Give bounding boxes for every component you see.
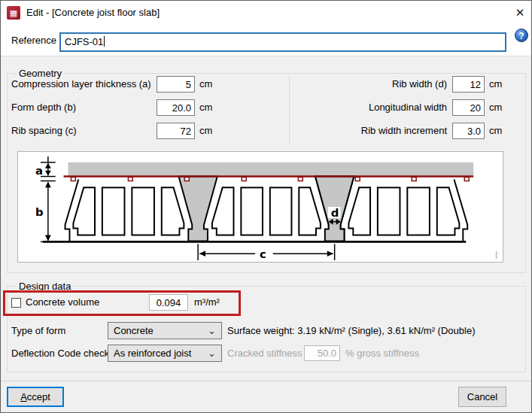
deflection-value: As reinforced joist [114, 345, 191, 361]
rib-width-increment-label: Rib width increment [324, 123, 447, 139]
compression-thickness-input[interactable] [157, 76, 195, 93]
rib-width-increment-unit: cm [489, 123, 502, 139]
rib-width-unit: cm [489, 76, 502, 93]
panel-grip [496, 251, 497, 259]
longitudinal-width-unit: cm [489, 99, 502, 116]
dimension-c [198, 244, 335, 260]
close-icon[interactable]: ✕ [509, 1, 531, 25]
dim-label-c: c [260, 247, 266, 260]
cancel-button[interactable]: Cancel [458, 387, 506, 407]
cancel-button-label: Cancel [467, 391, 497, 402]
deflection-code-check-label: Deflection Code check [11, 345, 109, 362]
longitudinal-width-label: Longitudinal width [324, 99, 447, 116]
stirrup-marks [71, 178, 469, 181]
button-bar-separator [1, 381, 531, 381]
surface-weight-text: Surface weight: 3.19 kN/m² (Single), 3.6… [227, 323, 475, 339]
reference-input[interactable]: CJFS-01 [59, 32, 506, 52]
edit-dialog: ▦ Edit - [Concrete joist floor slab] ✕ ?… [0, 0, 532, 413]
window-title: Edit - [Concrete joist floor slab] [26, 1, 160, 25]
rib-spacing-label: Rib spacing (c) [11, 123, 77, 139]
concrete-ribs [178, 177, 354, 241]
cross-section-diagram: a b c d [17, 151, 503, 263]
accept-button-label: Accept [8, 388, 62, 406]
form-depth-input[interactable] [157, 99, 195, 116]
chevron-down-icon: ⌄ [208, 345, 216, 361]
type-of-form-label: Type of form [11, 323, 65, 339]
rib-width-increment-input[interactable] [452, 123, 485, 139]
gross-stiffness-suffix: % gross stiffness [345, 345, 419, 362]
dim-label-a: a [35, 164, 43, 177]
highlight-annotation [3, 290, 241, 316]
type-of-form-value: Concrete [114, 323, 154, 339]
accept-button[interactable]: Accept [7, 387, 64, 407]
cracked-stiffness-input [304, 345, 340, 361]
rib-spacing-unit: cm [199, 123, 212, 139]
cracked-stiffness-label: Cracked stiffness [227, 345, 302, 362]
form-depth-label: Form depth (b) [11, 99, 76, 116]
reference-label: Reference [11, 32, 56, 52]
help-icon[interactable]: ? [515, 29, 528, 42]
dim-label-d: d [331, 206, 339, 219]
form-depth-unit: cm [199, 99, 212, 116]
geometry-column-separator [289, 74, 290, 144]
compression-thickness-unit: cm [199, 76, 212, 93]
app-icon: ▦ [7, 6, 20, 20]
rib-width-input[interactable] [452, 76, 485, 93]
compression-slab [68, 162, 474, 177]
separator [1, 56, 531, 56]
reference-value: CJFS-01 [65, 36, 103, 47]
text-cursor [104, 36, 105, 47]
deflection-dropdown[interactable]: As reinforced joist ⌄ [108, 345, 222, 362]
dim-label-b: b [35, 205, 44, 218]
rib-spacing-input[interactable] [157, 123, 195, 139]
type-of-form-dropdown[interactable]: Concrete ⌄ [108, 322, 222, 339]
longitudinal-width-input[interactable] [452, 99, 485, 116]
form-blocks [73, 187, 459, 235]
rib-width-label: Rib width (d) [324, 76, 447, 93]
joist-slab-drawing: a b c d [18, 152, 503, 262]
chevron-down-icon: ⌄ [208, 323, 216, 339]
compression-thickness-label: Compression layer thickness (a) [11, 76, 151, 93]
